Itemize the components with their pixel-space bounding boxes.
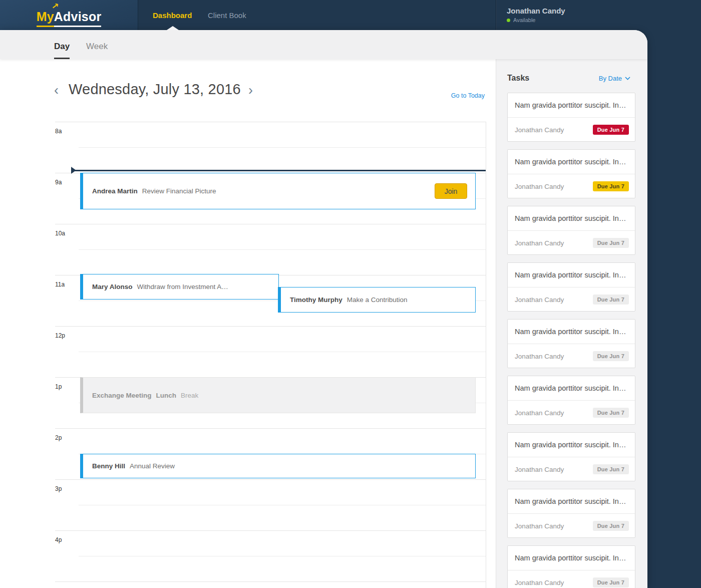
task-card[interactable]: Nam gravida porttitor suscipit. In… Jona… bbox=[507, 206, 635, 255]
hour-label: 11a bbox=[55, 281, 65, 288]
task-card[interactable]: Nam gravida porttitor suscipit. In… Jona… bbox=[507, 489, 635, 538]
hour-line bbox=[55, 224, 486, 224]
tasks-panel: Tasks By Date Nam gravida porttitor susc… bbox=[496, 59, 647, 588]
user-menu[interactable]: Jonathan Candy Available bbox=[507, 7, 565, 23]
event-client: Exchange Meeting bbox=[92, 392, 152, 399]
nav-divider bbox=[496, 0, 496, 30]
calendar-header: ‹ Wednesday, July 13, 2016 › Go to Today bbox=[0, 59, 496, 119]
grid-right-border bbox=[486, 122, 486, 588]
tab-day[interactable]: Day bbox=[54, 30, 70, 59]
task-assignee: Jonathan Candy bbox=[515, 522, 564, 530]
task-due-badge: Due Jun 7 bbox=[593, 125, 629, 135]
hour-label: 8a bbox=[55, 128, 62, 135]
hour-line bbox=[55, 479, 486, 480]
hour-label: 2p bbox=[55, 434, 62, 441]
task-card[interactable]: Nam gravida porttitor suscipit. In… Jona… bbox=[507, 432, 635, 481]
date-title: Wednesday, July 13, 2016 bbox=[69, 81, 241, 98]
active-tab-notch-icon bbox=[167, 26, 179, 30]
half-hour-line bbox=[79, 249, 486, 250]
sort-by-date-dropdown[interactable]: By Date bbox=[599, 75, 630, 82]
task-list: Nam gravida porttitor suscipit. In… Jona… bbox=[507, 93, 635, 588]
logo-arrow-icon: ↗ bbox=[51, 2, 60, 11]
join-button[interactable]: Join bbox=[435, 183, 467, 199]
hour-line bbox=[55, 326, 486, 327]
event-description-bold: Lunch bbox=[156, 392, 177, 399]
hour-line bbox=[55, 122, 486, 122]
logo-text: MyAdvisor ↗ bbox=[37, 8, 102, 23]
task-title: Nam gravida porttitor suscipit. In… bbox=[508, 546, 635, 570]
task-title: Nam gravida porttitor suscipit. In… bbox=[508, 320, 635, 344]
hour-label: 3p bbox=[55, 485, 62, 492]
task-title: Nam gravida porttitor suscipit. In… bbox=[508, 150, 635, 174]
view-tab-strip: Day Week bbox=[0, 30, 647, 59]
prev-day-button[interactable]: ‹ bbox=[54, 84, 59, 97]
half-hour-line bbox=[79, 352, 486, 352]
task-title: Nam gravida porttitor suscipit. In… bbox=[508, 93, 635, 118]
task-due-badge: Due Jun 7 bbox=[593, 295, 629, 305]
task-assignee: Jonathan Candy bbox=[515, 579, 564, 586]
hour-label: 4p bbox=[55, 536, 62, 543]
user-name: Jonathan Candy bbox=[507, 7, 565, 15]
nav-tab-dashboard[interactable]: Dashboard bbox=[153, 0, 192, 30]
task-card[interactable]: Nam gravida porttitor suscipit. In… Jona… bbox=[507, 319, 635, 368]
hour-line bbox=[55, 530, 486, 531]
task-card[interactable]: Nam gravida porttitor suscipit. In… Jona… bbox=[507, 262, 635, 312]
task-title: Nam gravida porttitor suscipit. In… bbox=[508, 206, 635, 231]
task-assignee: Jonathan Candy bbox=[515, 183, 564, 190]
task-card[interactable]: Nam gravida porttitor suscipit. In… Jona… bbox=[507, 149, 635, 198]
task-due-badge: Due Jun 7 bbox=[593, 181, 629, 191]
task-card[interactable]: Nam gravida porttitor suscipit. In… Jona… bbox=[507, 376, 635, 425]
event-description: Review Financial Picture bbox=[142, 187, 216, 195]
calendar-day-view: ‹ Wednesday, July 13, 2016 › Go to Today… bbox=[0, 59, 496, 588]
status-dot-icon bbox=[507, 19, 510, 22]
hour-label: 10a bbox=[55, 230, 65, 237]
event-mary-alonso[interactable]: Mary Alonso Withdraw from Investment A… bbox=[80, 274, 279, 300]
task-assignee: Jonathan Candy bbox=[515, 353, 564, 360]
tasks-header: Tasks bbox=[507, 74, 529, 83]
event-description: Make a Contribution bbox=[347, 296, 408, 304]
task-due-badge: Due Jun 7 bbox=[593, 577, 629, 587]
event-client: Timothy Murphy bbox=[290, 296, 342, 304]
half-hour-line bbox=[79, 147, 486, 148]
tab-week[interactable]: Week bbox=[86, 30, 108, 58]
event-description: Withdraw from Investment A… bbox=[137, 283, 228, 290]
event-benny-hill[interactable]: Benny Hill Annual Review bbox=[80, 454, 476, 478]
hour-label: 1p bbox=[55, 383, 62, 390]
task-title: Nam gravida porttitor suscipit. In… bbox=[508, 433, 635, 457]
chevron-down-icon bbox=[625, 77, 630, 80]
task-due-badge: Due Jun 7 bbox=[593, 238, 629, 248]
task-assignee: Jonathan Candy bbox=[515, 296, 564, 304]
task-title: Nam gravida porttitor suscipit. In… bbox=[508, 489, 635, 514]
top-nav: MyAdvisor ↗ Dashboard Client Book Jonath… bbox=[0, 0, 701, 30]
task-card[interactable]: Nam gravida porttitor suscipit. In… Jona… bbox=[507, 545, 635, 588]
go-to-today-link[interactable]: Go to Today bbox=[451, 92, 485, 99]
event-exchange-meeting-lunch[interactable]: Exchange Meeting Lunch Break bbox=[80, 377, 476, 413]
current-time-arrow-icon bbox=[71, 167, 76, 174]
logo[interactable]: MyAdvisor ↗ bbox=[0, 0, 138, 30]
event-andrea-martin[interactable]: Andrea Martin Review Financial Picture J… bbox=[80, 173, 476, 209]
task-card[interactable]: Nam gravida porttitor suscipit. In… Jona… bbox=[507, 93, 635, 142]
event-timothy-murphy[interactable]: Timothy Murphy Make a Contribution bbox=[278, 287, 476, 313]
logo-advisor: Advisor bbox=[54, 10, 101, 27]
hour-label: 9a bbox=[55, 179, 62, 186]
hour-line bbox=[55, 581, 486, 582]
user-status-label: Available bbox=[513, 17, 535, 23]
logo-my: My bbox=[37, 10, 54, 27]
half-hour-line bbox=[79, 505, 486, 505]
task-assignee: Jonathan Candy bbox=[515, 466, 564, 473]
time-grid: 8a9a10a11a12p1p2p3p4p Andrea Martin Revi… bbox=[0, 119, 496, 588]
nav-tab-client-book[interactable]: Client Book bbox=[208, 0, 246, 30]
sort-label: By Date bbox=[599, 75, 622, 82]
half-hour-line bbox=[79, 556, 486, 556]
task-due-badge: Due Jun 7 bbox=[593, 521, 629, 531]
main-panel: Day Week ‹ Wednesday, July 13, 2016 › Go… bbox=[0, 30, 647, 588]
task-due-badge: Due Jun 7 bbox=[593, 351, 629, 361]
task-assignee: Jonathan Candy bbox=[515, 409, 564, 417]
task-due-badge: Due Jun 7 bbox=[593, 408, 629, 418]
current-time-indicator bbox=[73, 170, 486, 171]
task-assignee: Jonathan Candy bbox=[515, 126, 564, 134]
task-assignee: Jonathan Candy bbox=[515, 239, 564, 247]
task-title: Nam gravida porttitor suscipit. In… bbox=[508, 376, 635, 401]
next-day-button[interactable]: › bbox=[248, 84, 253, 97]
task-title: Nam gravida porttitor suscipit. In… bbox=[508, 263, 635, 287]
